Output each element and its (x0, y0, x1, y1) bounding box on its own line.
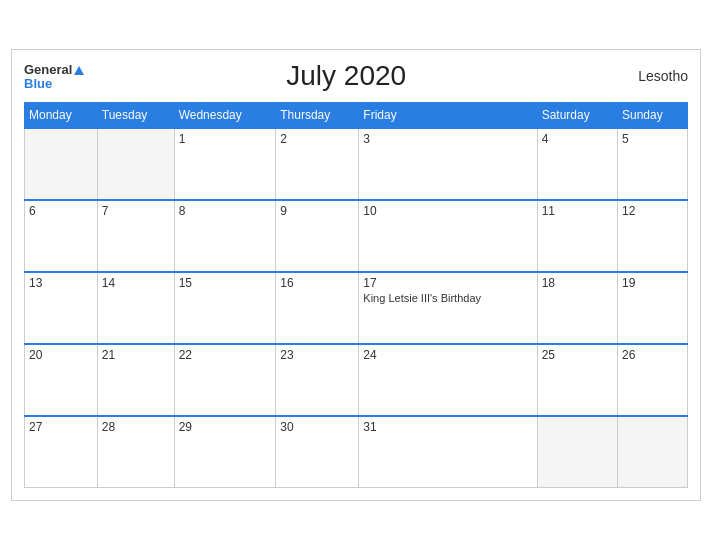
day-number: 19 (622, 276, 683, 290)
day-of-week-header: Monday (25, 102, 98, 128)
day-number: 6 (29, 204, 93, 218)
day-of-week-header: Saturday (537, 102, 617, 128)
calendar-day-cell: 7 (97, 200, 174, 272)
day-number: 26 (622, 348, 683, 362)
calendar-week-row: 20212223242526 (25, 344, 688, 416)
calendar-day-cell: 17King Letsie III's Birthday (359, 272, 537, 344)
calendar-day-cell: 13 (25, 272, 98, 344)
calendar-week-row: 6789101112 (25, 200, 688, 272)
calendar-country: Lesotho (608, 68, 688, 84)
logo-triangle-icon (74, 66, 84, 75)
day-number: 9 (280, 204, 354, 218)
day-number: 29 (179, 420, 272, 434)
calendar-day-cell: 19 (617, 272, 687, 344)
day-number: 31 (363, 420, 532, 434)
logo-blue: Blue (24, 77, 52, 90)
day-number: 17 (363, 276, 532, 290)
calendar-day-cell (617, 416, 687, 488)
calendar-day-cell: 9 (276, 200, 359, 272)
calendar-day-cell (537, 416, 617, 488)
calendar-day-cell: 28 (97, 416, 174, 488)
calendar-day-cell: 30 (276, 416, 359, 488)
day-number: 28 (102, 420, 170, 434)
day-number: 2 (280, 132, 354, 146)
calendar-day-cell: 20 (25, 344, 98, 416)
logo-general: General (24, 61, 84, 77)
calendar-day-cell (25, 128, 98, 200)
day-number: 3 (363, 132, 532, 146)
day-number: 18 (542, 276, 613, 290)
day-number: 23 (280, 348, 354, 362)
calendar-day-cell: 27 (25, 416, 98, 488)
calendar-day-cell: 3 (359, 128, 537, 200)
calendar-container: General Blue July 2020 Lesotho MondayTue… (11, 49, 701, 502)
calendar-day-cell: 4 (537, 128, 617, 200)
calendar-day-cell: 31 (359, 416, 537, 488)
calendar-day-cell: 1 (174, 128, 276, 200)
calendar-day-cell: 29 (174, 416, 276, 488)
day-of-week-header: Tuesday (97, 102, 174, 128)
calendar-day-cell: 12 (617, 200, 687, 272)
day-number: 21 (102, 348, 170, 362)
calendar-title: July 2020 (84, 60, 608, 92)
day-of-week-header: Thursday (276, 102, 359, 128)
day-number: 30 (280, 420, 354, 434)
day-number: 13 (29, 276, 93, 290)
calendar-day-cell: 23 (276, 344, 359, 416)
calendar-day-cell: 24 (359, 344, 537, 416)
calendar-week-row: 1314151617King Letsie III's Birthday1819 (25, 272, 688, 344)
calendar-week-row: 12345 (25, 128, 688, 200)
day-number: 25 (542, 348, 613, 362)
day-number: 12 (622, 204, 683, 218)
calendar-day-cell: 25 (537, 344, 617, 416)
day-number: 11 (542, 204, 613, 218)
day-of-week-header: Wednesday (174, 102, 276, 128)
day-number: 22 (179, 348, 272, 362)
day-of-week-header: Sunday (617, 102, 687, 128)
day-event: King Letsie III's Birthday (363, 292, 532, 304)
calendar-day-cell: 14 (97, 272, 174, 344)
calendar-header: General Blue July 2020 Lesotho (24, 60, 688, 92)
calendar-day-cell: 8 (174, 200, 276, 272)
calendar-day-cell: 6 (25, 200, 98, 272)
calendar-day-cell: 2 (276, 128, 359, 200)
calendar-day-cell: 18 (537, 272, 617, 344)
calendar-day-cell: 26 (617, 344, 687, 416)
day-number: 15 (179, 276, 272, 290)
day-number: 4 (542, 132, 613, 146)
day-number: 27 (29, 420, 93, 434)
calendar-day-cell: 5 (617, 128, 687, 200)
calendar-day-cell: 10 (359, 200, 537, 272)
logo: General Blue (24, 61, 84, 90)
day-of-week-header: Friday (359, 102, 537, 128)
day-number: 8 (179, 204, 272, 218)
calendar-grid: MondayTuesdayWednesdayThursdayFridaySatu… (24, 102, 688, 489)
day-number: 10 (363, 204, 532, 218)
day-number: 24 (363, 348, 532, 362)
day-number: 16 (280, 276, 354, 290)
calendar-week-row: 2728293031 (25, 416, 688, 488)
calendar-day-cell: 16 (276, 272, 359, 344)
day-number: 14 (102, 276, 170, 290)
calendar-day-cell: 11 (537, 200, 617, 272)
calendar-day-cell: 22 (174, 344, 276, 416)
calendar-day-cell (97, 128, 174, 200)
day-number: 1 (179, 132, 272, 146)
calendar-day-cell: 21 (97, 344, 174, 416)
days-of-week-row: MondayTuesdayWednesdayThursdayFridaySatu… (25, 102, 688, 128)
day-number: 5 (622, 132, 683, 146)
day-number: 7 (102, 204, 170, 218)
day-number: 20 (29, 348, 93, 362)
calendar-day-cell: 15 (174, 272, 276, 344)
